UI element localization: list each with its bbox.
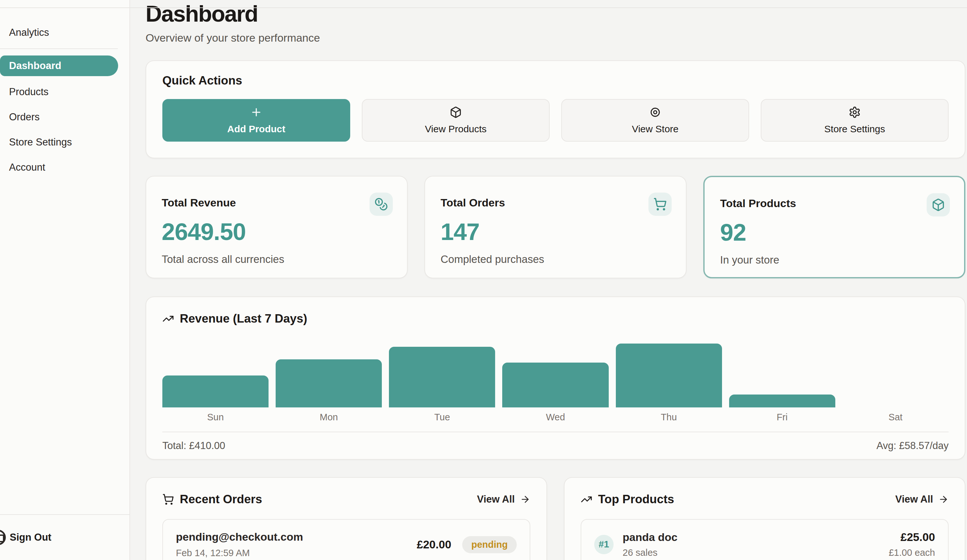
view-all-label: View All [895, 494, 933, 505]
stat-card-total-products: Total Products 92 In your store [703, 176, 965, 278]
bar-fri [729, 344, 835, 407]
view-products-label: View Products [425, 124, 487, 135]
stat-icon-tile [927, 193, 950, 216]
quick-actions-card: Quick Actions Add Product View Products [145, 60, 965, 158]
page-subtitle: Overview of your store performance [145, 31, 965, 44]
quick-actions-grid: Add Product View Products View Store [162, 99, 949, 142]
rank-badge: #1 [594, 535, 614, 554]
sidebar-item-analytics[interactable]: Analytics [0, 20, 129, 45]
product-unit-price: £1.00 each [889, 547, 935, 558]
sidebar-divider [0, 48, 118, 49]
page-title: Dashboard [145, 1, 965, 26]
stat-description: Completed purchases [441, 253, 670, 265]
revenue-chart-card: Revenue (Last 7 Days) SunMonTueWedThuFri… [145, 296, 965, 460]
stat-label: Total Products [720, 197, 949, 210]
stat-icon-tile [649, 193, 672, 216]
bar-chart [162, 344, 949, 407]
sidebar-item-account[interactable]: Account [0, 155, 129, 180]
stat-card-total-orders: Total Orders 147 Completed purchases [424, 176, 686, 278]
stat-value: 2649.50 [162, 218, 391, 245]
stat-icon-tile [370, 193, 393, 216]
view-all-label: View All [477, 494, 515, 505]
recent-orders-card: Recent Orders View All pending@checkout.… [145, 477, 547, 560]
order-amount: £20.00 [417, 538, 451, 551]
chart-header: Revenue (Last 7 Days) [162, 312, 949, 326]
chart-average: Avg: £58.57/day [876, 440, 949, 451]
order-email: pending@checkout.com [176, 530, 303, 543]
top-products-card: Top Products View All #1 panda doc 26 sa… [564, 477, 965, 560]
gear-icon [848, 106, 861, 119]
bar-label-thu: Thu [616, 412, 722, 423]
eye-icon [649, 106, 661, 119]
package-icon [931, 198, 945, 212]
add-product-label: Add Product [227, 124, 285, 135]
product-name: panda doc [623, 531, 678, 544]
chart-divider [162, 432, 949, 432]
sidebar: Analytics Dashboard Products Orders Stor… [0, 0, 130, 560]
stat-label: Total Revenue [162, 196, 391, 209]
stat-description: Total across all currencies [162, 253, 391, 265]
view-store-label: View Store [632, 124, 679, 135]
view-store-button[interactable]: View Store [561, 99, 749, 142]
stat-label: Total Orders [441, 196, 670, 209]
main-content: Dashboard Overview of your store perform… [130, 1, 967, 560]
add-product-button[interactable]: Add Product [162, 99, 350, 142]
store-settings-label: Store Settings [824, 124, 885, 135]
chart-footer: Total: £410.00 Avg: £58.57/day [162, 440, 949, 451]
chart-total: Total: £410.00 [162, 440, 225, 451]
bar-label-wed: Wed [502, 412, 609, 423]
bottom-row: Recent Orders View All pending@checkout.… [145, 477, 965, 560]
sidebar-item-products[interactable]: Products [0, 79, 129, 104]
stats-row: Total Revenue 2649.50 Total across all c… [145, 176, 965, 278]
bar-label-fri: Fri [729, 412, 835, 423]
sidebar-item-orders[interactable]: Orders [0, 104, 129, 130]
product-price: £25.00 [889, 530, 935, 544]
order-row[interactable]: pending@checkout.com Feb 14, 12:59 AM £2… [162, 519, 530, 560]
recent-orders-header: Recent Orders View All [162, 492, 530, 506]
order-date: Feb 14, 12:59 AM [176, 548, 303, 558]
bar-sun [162, 344, 269, 407]
bar-tue [389, 344, 495, 407]
package-icon [450, 106, 462, 119]
bar-sat [842, 344, 949, 407]
arrow-right-icon [520, 494, 530, 504]
product-sales: 26 sales [623, 547, 678, 558]
bar-mon [276, 344, 382, 407]
sign-out-button[interactable]: Sign Out [0, 514, 129, 560]
stat-card-total-revenue: Total Revenue 2649.50 Total across all c… [145, 176, 408, 278]
top-products-title: Top Products [598, 492, 674, 506]
sign-out-icon [0, 530, 6, 545]
bar-wed [502, 344, 609, 407]
bar-thu [616, 344, 722, 407]
quick-actions-title: Quick Actions [162, 74, 949, 87]
sidebar-item-dashboard[interactable]: Dashboard [0, 56, 118, 76]
stat-value: 92 [720, 219, 949, 246]
bar-label-tue: Tue [389, 412, 495, 423]
bar-label-mon: Mon [276, 412, 382, 423]
top-products-view-all[interactable]: View All [895, 494, 949, 505]
trending-up-icon [581, 494, 592, 505]
bar-label-sat: Sat [842, 412, 949, 423]
stat-value: 147 [441, 218, 670, 245]
coins-icon [375, 198, 388, 211]
trending-up-icon [162, 313, 174, 324]
product-row[interactable]: #1 panda doc 26 sales £25.00 £1.00 each [581, 519, 949, 560]
status-badge: pending [462, 536, 517, 553]
plus-icon [250, 106, 262, 119]
stat-description: In your store [720, 254, 949, 266]
top-divider [0, 7, 967, 8]
sign-out-label: Sign Out [10, 532, 51, 543]
top-products-header: Top Products View All [581, 492, 949, 506]
cart-icon [162, 494, 174, 505]
bar-chart-labels: SunMonTueWedThuFriSat [162, 412, 949, 423]
arrow-right-icon [938, 494, 949, 504]
sidebar-item-store-settings[interactable]: Store Settings [0, 130, 129, 155]
recent-orders-title: Recent Orders [180, 492, 262, 506]
recent-orders-view-all[interactable]: View All [477, 494, 530, 505]
sidebar-nav: Analytics Dashboard Products Orders Stor… [0, 0, 129, 180]
view-products-button[interactable]: View Products [362, 99, 550, 142]
cart-icon [653, 198, 667, 211]
chart-title: Revenue (Last 7 Days) [180, 312, 307, 326]
bar-label-sun: Sun [162, 412, 269, 423]
store-settings-button[interactable]: Store Settings [761, 99, 949, 142]
